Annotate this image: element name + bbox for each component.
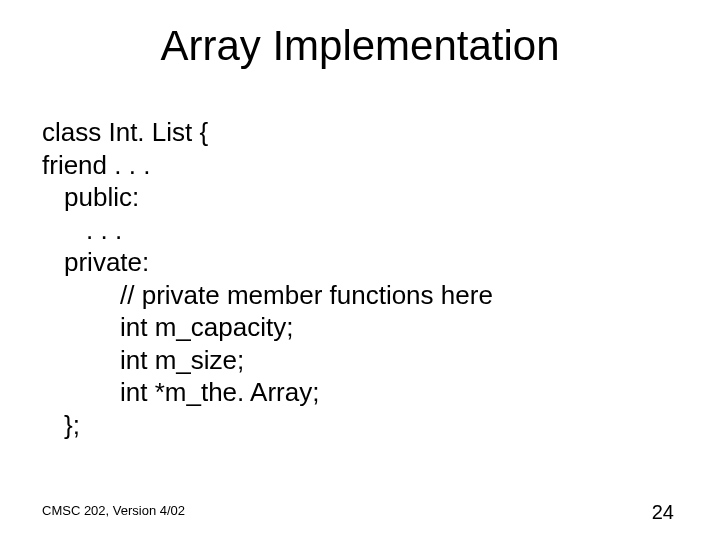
code-line: public:	[42, 181, 493, 214]
slide-number: 24	[652, 501, 674, 524]
code-line: int m_capacity;	[42, 311, 493, 344]
code-line: int m_size;	[42, 344, 493, 377]
code-block: class Int. List { friend . . . public: .…	[42, 116, 493, 441]
code-line: private:	[42, 246, 493, 279]
code-line: // private member functions here	[42, 279, 493, 312]
code-line: friend . . .	[42, 149, 493, 182]
slide: Array Implementation class Int. List { f…	[0, 0, 720, 540]
code-line: class Int. List {	[42, 116, 493, 149]
code-line: int *m_the. Array;	[42, 376, 493, 409]
code-line: };	[42, 409, 493, 442]
footer-course: CMSC 202, Version 4/02	[42, 503, 185, 518]
code-line: . . .	[42, 214, 493, 247]
slide-title: Array Implementation	[0, 22, 720, 70]
